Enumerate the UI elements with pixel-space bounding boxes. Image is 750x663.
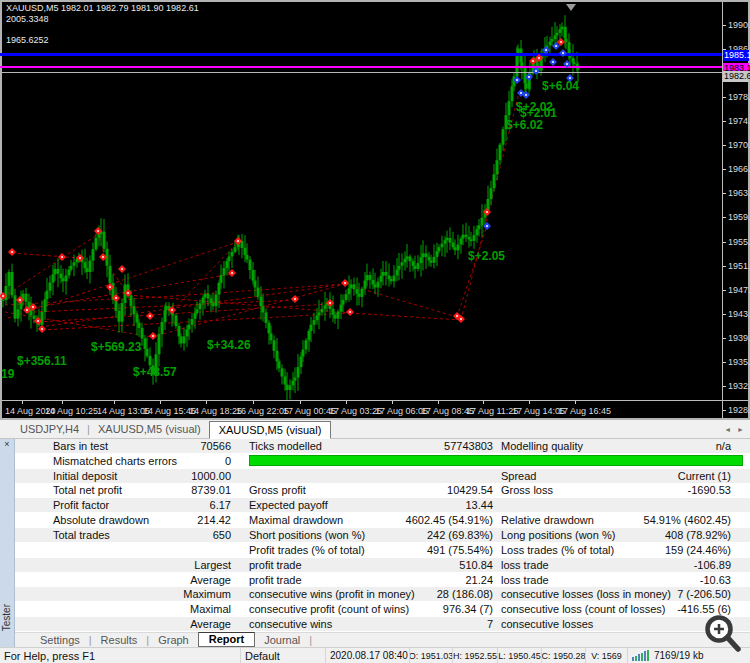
report-row: Mismatched charts errors0 [15,454,750,469]
tester-panel-strip: × Tester [0,439,15,647]
report-value: n/a [560,440,731,452]
report-value: 491 (75.54%) [305,544,493,556]
symbol-info: XAUUSD,M5 1982.01 1982.79 1981.90 1982.6… [6,3,199,14]
time-scale[interactable]: 14 Aug 202014 Aug 10:2514 Aug 13:0514 Au… [2,401,722,418]
status-volume: V: 1569 [585,648,627,663]
tab-separator: | [309,634,312,646]
report-value: 7 [305,618,493,630]
time-tick [529,401,530,404]
report-value: 8739.01 [100,484,231,496]
tester-tab-results[interactable]: Results [92,634,147,646]
price-tick-label: 1939.70 [723,333,750,343]
report-value: 4602.45 (54.91%) [305,514,493,526]
time-tick-label: 14 Aug 18:25 [189,406,242,416]
report-value: 57743803 [305,440,493,452]
status-profile-text: Default [245,650,280,662]
report-value: 510.84 [305,559,493,571]
data-usage-bars-icon [632,650,650,661]
indicator-value-upper: 2005.3348 [6,14,49,25]
status-datetime: 2020.08.17 08:40 [325,648,409,663]
report-value: 0 [100,455,231,467]
time-tick-label: 17 Aug 11:25 [466,406,518,416]
chart-window[interactable]: $+356.1119$+569.23$+48.57$+34.26$+2.05$+… [0,0,750,420]
report-value: 70566 [100,440,231,452]
price-tick-label: 1951.40 [723,261,750,271]
report-label: Gross profit [249,484,306,496]
tester-tab-report[interactable]: Report [198,631,255,647]
time-tick-label: 16 Aug 22:05 [236,406,289,416]
time-tick-label: 17 Aug 16:45 [558,406,611,416]
time-tick [22,401,23,404]
report-value: Current (1) [560,470,731,482]
status-high: H: 1952.55 [452,648,497,663]
report-value: 54.91% (4602.45) [560,514,731,526]
report-value: 214.42 [100,514,231,526]
report-row: Absolute drawdown214.42Maximal drawdown4… [15,513,750,528]
report-value: 159 (24.46%) [560,544,731,556]
time-tick [160,401,161,404]
tester-tab-graph[interactable]: Graph [149,634,198,646]
indicator-value-lower: 1965.6252 [6,35,49,46]
time-tick [438,401,439,404]
price-tick-label: 1935.80 [723,357,750,367]
report-value: 7 (-206.50) [560,588,731,600]
report-value: Maximal [100,603,231,615]
status-volume-text: V: 1569 [591,651,622,661]
report-value: Average [100,618,231,630]
status-close-text: C: 1950.28 [541,651,585,661]
close-icon[interactable]: × [0,439,14,449]
status-low-text: L: 1950.45 [498,651,541,661]
report-value: 1000.00 [100,470,231,482]
chart-tab-bar: USDJPY,H4|XAUUSD,M5 (visual)XAUUSD,M5 (v… [0,420,750,439]
chart-tab-xauusd-m5-visual-[interactable]: XAUUSD,M5 (visual) [90,423,209,435]
report-row: Averageprofit trade21.24loss trade-10.63 [15,573,750,588]
report-label: profit trade [249,574,302,586]
status-high-text: H: 1952.55 [453,651,497,661]
price-tick-label: 1943.60 [723,309,750,319]
report-value: 28 (186.08) [305,588,493,600]
magnifier-zoom-icon[interactable] [698,611,748,655]
chart-tab-xauusd-m5-visual-[interactable]: XAUUSD,M5 (visual) [209,421,332,439]
report-value: Maximum [100,588,231,600]
price-tick-label: 1928.10 [723,405,750,415]
tab-scroll-arrows[interactable]: ◄ ► [724,426,750,433]
trade-markers-sell [0,38,565,340]
chart-shift-marker[interactable] [566,4,576,11]
svg-text:$+2.05: $+2.05 [468,249,505,263]
report-row: Maximalconsecutive profit (count of wins… [15,602,750,617]
time-tick [62,401,63,404]
tester-panel-title: Tester [1,604,12,631]
report-label: loss trade [501,574,549,586]
tester-tab-journal[interactable]: Journal [255,634,309,646]
status-profile[interactable]: Default [240,648,325,663]
report-row: Total trades650Short positions (won %)24… [15,528,750,543]
report-value: 976.34 (7) [305,603,493,615]
status-datetime-text: 2020.08.17 08:40 [330,650,408,661]
report-value: 242 (69.83%) [305,529,493,541]
report-value: 21.24 [305,574,493,586]
price-tick-label: 1947.50 [723,285,750,295]
price-scale[interactable]: 1990.101986.201978.501974.601970.701966.… [723,2,749,400]
report-row: Largestprofit trade510.84loss trade-106.… [15,558,750,573]
price-tick-label: 1966.90 [723,164,750,174]
status-data-usage-text: 7169/19 kb [654,650,704,661]
report-row: Total net profit8739.01Gross profit10429… [15,484,750,499]
svg-text:$+2.01: $+2.01 [520,106,557,120]
trade-markers-buy [483,42,574,230]
report-row: Maximumconsecutive wins (profit in money… [15,587,750,602]
candlestick-chart[interactable]: $+356.1119$+569.23$+48.57$+34.26$+2.05$+… [0,0,722,400]
status-help: For Help, press F1 [0,648,240,663]
price-tick-label: 1963.00 [723,188,750,198]
report-value: Average [100,574,231,586]
status-low: L: 1950.45 [497,648,541,663]
chart-tab-usdjpy-h4[interactable]: USDJPY,H4 [12,423,87,435]
price-lines[interactable] [0,53,722,73]
tester-tab-settings[interactable]: Settings [31,634,89,646]
time-tick [253,401,254,404]
report-row: Averageconsecutive wins7consecutive loss… [15,617,750,632]
report-value: Largest [100,559,231,571]
status-close: C: 1950.28 [541,648,585,663]
report-value: 13.44 [305,499,493,511]
time-tick [575,401,576,404]
price-tick-label: 1978.50 [723,92,750,102]
